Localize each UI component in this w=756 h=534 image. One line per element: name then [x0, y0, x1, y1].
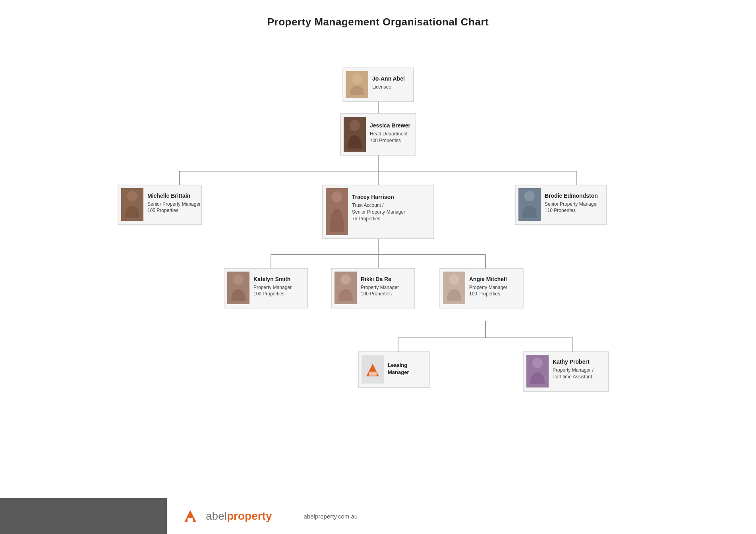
svg-text:Head Department: Head Department	[370, 131, 408, 137]
svg-rect-78	[188, 518, 193, 522]
svg-text:Property Manager /: Property Manager /	[553, 367, 594, 373]
logo-triangle-icon	[183, 509, 198, 524]
footer-website: abelproperty.com.au	[304, 513, 358, 520]
svg-text:Senior Property Manager: Senior Property Manager	[545, 201, 598, 207]
page-title: Property Management Organisational Chart	[24, 16, 732, 28]
node-michelle: Michelle Brittain Senior Property Manage…	[118, 185, 201, 225]
svg-text:100 Properties: 100 Properties	[469, 291, 500, 297]
svg-point-49	[233, 274, 244, 285]
svg-point-55	[340, 274, 351, 285]
node-jessica: Jessica Brewer Head Department 100 Prope…	[340, 114, 416, 155]
svg-text:Manager: Manager	[388, 369, 409, 375]
node-rikki: Rikki Da Re Property Manager 100 Propert…	[331, 268, 415, 308]
svg-point-43	[524, 191, 535, 201]
svg-text:Property Manager: Property Manager	[253, 285, 292, 290]
node-brodie: Brodie Edmondston Senior Property Manage…	[515, 185, 607, 225]
svg-text:Senior Property Manager: Senior Property Manager	[352, 209, 405, 215]
logo-text: abelproperty	[206, 510, 272, 522]
svg-point-36	[332, 191, 342, 202]
svg-point-30	[127, 191, 137, 201]
footer: abelproperty abelproperty.com.au	[0, 498, 756, 534]
svg-text:Part time Assistant: Part time Assistant	[553, 374, 592, 380]
main-content: Property Management Organisational Chart	[0, 0, 756, 498]
svg-text:Property Manager: Property Manager	[469, 285, 507, 290]
svg-rect-1	[41, 44, 64, 71]
svg-text:75 Properties: 75 Properties	[352, 216, 380, 222]
node-katelyn: Katelyn Smith Property Manager 100 Prope…	[224, 268, 307, 308]
svg-rect-68	[369, 372, 377, 376]
svg-text:Trust Account /: Trust Account /	[352, 202, 384, 208]
org-chart: Jo-Ann Abel Licensee Jessica Brewer Head…	[24, 44, 732, 449]
node-joann: Jo-Ann Abel Licensee	[343, 68, 414, 102]
svg-text:Licensee: Licensee	[372, 84, 391, 90]
svg-text:Jo-Ann Abel: Jo-Ann Abel	[372, 75, 405, 82]
node-angie: Angie Mitchell Property Manager 100 Prop…	[440, 268, 523, 308]
svg-text:Michelle Brittain: Michelle Brittain	[147, 193, 190, 199]
svg-text:Kathy Probert: Kathy Probert	[553, 359, 590, 365]
svg-rect-0	[41, 44, 64, 71]
svg-text:Tracey Harrison: Tracey Harrison	[352, 194, 394, 200]
svg-text:Property Manager: Property Manager	[361, 285, 399, 290]
svg-text:100 Properties: 100 Properties	[361, 291, 392, 297]
node-leasing: Leasing Manager	[358, 352, 430, 387]
svg-text:Brodie Edmondston: Brodie Edmondston	[545, 193, 598, 199]
svg-text:100 Properties: 100 Properties	[253, 291, 284, 297]
svg-text:Rikki Da Re: Rikki Da Re	[361, 276, 391, 282]
footer-gray-block	[0, 498, 167, 534]
svg-text:Senior Property Manager: Senior Property Manager	[147, 201, 201, 207]
svg-text:Leasing: Leasing	[388, 362, 407, 368]
svg-text:105 Properties: 105 Properties	[147, 208, 178, 213]
svg-point-61	[449, 274, 459, 285]
svg-point-73	[532, 358, 543, 368]
svg-text:Angie Mitchell: Angie Mitchell	[469, 276, 507, 282]
svg-text:Katelyn Smith: Katelyn Smith	[253, 276, 290, 282]
svg-text:100 Properties: 100 Properties	[370, 138, 401, 143]
svg-text:110 Properties: 110 Properties	[545, 208, 576, 213]
node-kathy: Kathy Probert Property Manager / Part ti…	[523, 352, 609, 391]
svg-point-19	[352, 73, 362, 85]
svg-text:Jessica Brewer: Jessica Brewer	[370, 122, 411, 129]
svg-point-24	[350, 120, 360, 131]
footer-logo-area: abelproperty abelproperty.com.au	[167, 509, 756, 524]
node-tracey: Tracey Harrison Trust Account / Senior P…	[323, 185, 434, 239]
